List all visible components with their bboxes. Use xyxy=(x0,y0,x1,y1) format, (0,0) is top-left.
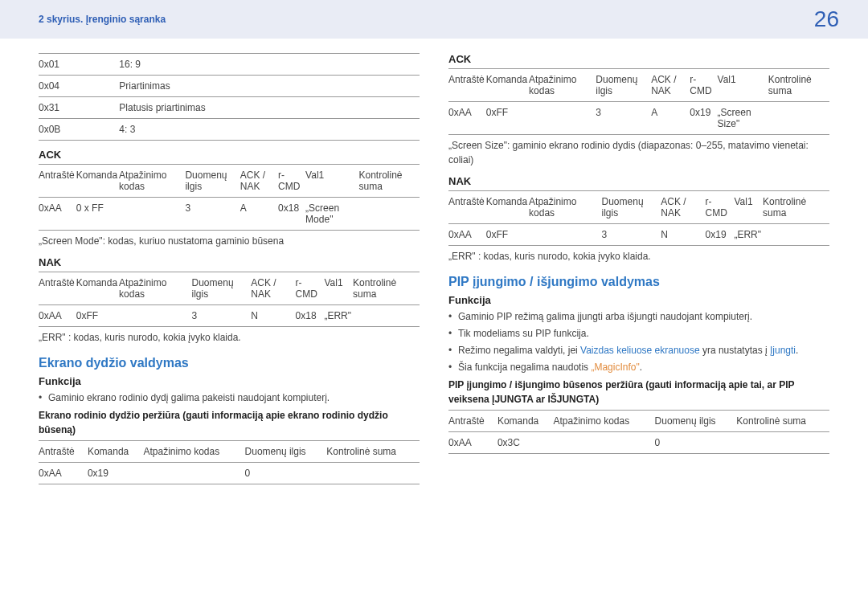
th: Komanda xyxy=(486,69,529,102)
td: A xyxy=(651,102,690,135)
th: Kontrolinė suma xyxy=(353,272,420,305)
cell: 0x04 xyxy=(39,76,119,97)
th: Atpažinimo kodas xyxy=(529,69,596,102)
td: „Screen Mode" xyxy=(305,198,358,231)
cell: Priartinimas xyxy=(119,76,420,97)
td: 3 xyxy=(192,305,252,327)
th: r-CMD xyxy=(278,165,305,198)
td: A xyxy=(240,198,278,231)
th: ACK / NAK xyxy=(651,69,690,102)
td: 0 xyxy=(245,463,327,484)
td: 0x19 xyxy=(706,224,735,246)
screen-mode-description: „Screen Mode": kodas, kuriuo nustatoma g… xyxy=(39,234,420,248)
th: Duomenų ilgis xyxy=(655,411,737,432)
td: 0 xyxy=(655,432,737,454)
th: Atpažinimo kodas xyxy=(553,411,654,432)
function-heading-left: Funkcija xyxy=(39,375,420,387)
th: Val1 xyxy=(324,272,353,305)
bullet: Šia funkcija negalima naudotis „MagicInf… xyxy=(448,360,829,374)
ack-table-left: Antraštė Komanda Atpažinimo kodas Duomen… xyxy=(39,164,420,231)
nak-heading: NAK xyxy=(39,256,420,268)
nak-table-right: Antraštė Komanda Atpažinimo kodas Duomen… xyxy=(448,190,829,246)
nak-heading-right: NAK xyxy=(448,175,829,187)
err-description-left: „ERR" : kodas, kuris nurodo, kokia įvyko… xyxy=(39,330,420,345)
td: 0 x FF xyxy=(76,198,119,231)
cell: 0x31 xyxy=(39,97,119,119)
th: Atpažinimo kodas xyxy=(119,272,191,305)
th: Komanda xyxy=(76,272,119,305)
td: 0xFF xyxy=(486,224,529,246)
td: 0xAA xyxy=(448,224,486,246)
td xyxy=(353,305,420,327)
th: ACK / NAK xyxy=(240,165,278,198)
td: 0xAA xyxy=(448,102,486,135)
th: Val1 xyxy=(305,165,358,198)
th: r-CMD xyxy=(690,69,717,102)
td: 0xAA xyxy=(39,463,88,484)
th: Kontrolinė suma xyxy=(736,411,829,432)
bullet: Gaminio PIP režimą galima įjungti arba i… xyxy=(448,309,829,324)
td xyxy=(529,102,596,135)
view-screen-size-text: Ekrano rodinio dydžio peržiūra (gauti in… xyxy=(39,408,420,437)
td xyxy=(143,463,244,484)
view-table-left: Antraštė Komanda Atpažinimo kodas Duomen… xyxy=(39,440,420,484)
th: Kontrolinė suma xyxy=(326,441,420,463)
td: 3 xyxy=(596,102,651,135)
td: „ERR" xyxy=(324,305,353,327)
td: „Screen Size" xyxy=(718,102,768,135)
th: Duomenų ilgis xyxy=(602,191,661,224)
bullet: Režimo negalima valdyti, jei Vaizdas kel… xyxy=(448,343,829,358)
cell: 0x0B xyxy=(39,119,119,141)
td xyxy=(358,198,420,231)
th: Atpažinimo kodas xyxy=(143,441,244,463)
screen-size-control-heading: Ekrano dydžio valdymas xyxy=(39,356,420,370)
th: Antraštė xyxy=(39,441,88,463)
text: yra nustatytas į xyxy=(700,345,770,356)
function-heading-right: Funkcija xyxy=(448,294,829,306)
screen-size-description: „Screen Size": gaminio ekrano rodinio dy… xyxy=(448,138,829,167)
th: ACK / NAK xyxy=(251,272,295,305)
th: Antraštė xyxy=(39,165,76,198)
th: Val1 xyxy=(734,191,763,224)
td: 0x18 xyxy=(278,198,305,231)
th: Kontrolinė suma xyxy=(358,165,420,198)
td: N xyxy=(661,224,705,246)
cell: 16: 9 xyxy=(119,54,420,76)
on-link[interactable]: Įjungti xyxy=(770,345,796,356)
td xyxy=(768,102,829,135)
bullet: Tik modeliams su PIP funkcija. xyxy=(448,326,829,341)
function-bullets-left: Gaminio ekrano rodinio dydį galima pakei… xyxy=(39,390,420,405)
text: . xyxy=(796,345,798,356)
th: Antraštė xyxy=(39,272,76,305)
chapter-label: 2 skyrius. Įrenginio sąranka xyxy=(39,14,166,25)
th: Antraštė xyxy=(448,69,486,102)
text: Režimo negalima valdyti, jei xyxy=(458,345,580,356)
th: Duomenų ilgis xyxy=(192,272,252,305)
text: Šia funkcija negalima naudotis xyxy=(458,362,591,373)
td: 0x19 xyxy=(88,463,144,484)
td xyxy=(326,463,420,484)
td xyxy=(736,432,829,454)
td xyxy=(763,224,829,246)
td: 3 xyxy=(602,224,661,246)
left-column: 0x0116: 9 0x04Priartinimas 0x31Platusis … xyxy=(39,48,420,484)
td: 0x3C xyxy=(497,432,554,454)
td xyxy=(119,305,191,327)
page-content: 0x0116: 9 0x04Priartinimas 0x31Platusis … xyxy=(0,39,868,484)
view-pip-text: PIP įjungimo / išjungimo būsenos peržiūr… xyxy=(448,378,829,407)
th: Duomenų ilgis xyxy=(185,165,240,198)
bullet: Gaminio ekrano rodinio dydį galima pakei… xyxy=(39,390,420,405)
td: 0xFF xyxy=(76,305,119,327)
th: r-CMD xyxy=(296,272,325,305)
th: Duomenų ilgis xyxy=(596,69,651,102)
err-description-right: „ERR" : kodas, kuris nurodo, kokia įvyko… xyxy=(448,249,829,264)
th: Atpažinimo kodas xyxy=(119,165,185,198)
td: 0x19 xyxy=(690,102,717,135)
th: Kontrolinė suma xyxy=(768,69,829,102)
th: Komanda xyxy=(88,441,144,463)
video-wall-link[interactable]: Vaizdas keliuose ekranuose xyxy=(580,345,700,356)
td: 0x18 xyxy=(296,305,325,327)
ack-heading-right: ACK xyxy=(448,53,829,65)
th: Komanda xyxy=(486,191,529,224)
magicinfo-link[interactable]: „MagicInfo" xyxy=(591,362,639,373)
